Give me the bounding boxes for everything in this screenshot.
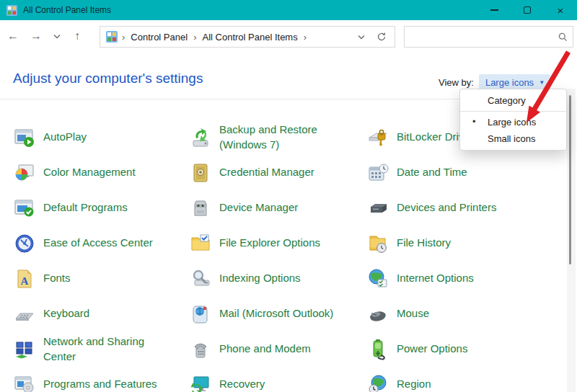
control-panel-item[interactable]: Keyboard — [13, 296, 189, 331]
control-panel-item[interactable]: Mouse — [366, 296, 568, 331]
programs-features-icon — [13, 373, 36, 392]
control-panel-location-icon — [106, 31, 118, 43]
control-panel-item[interactable]: Indexing Options — [189, 261, 366, 296]
file-explorer-options-icon — [189, 232, 212, 255]
view-by-option[interactable]: Category — [460, 92, 566, 109]
item-label: Mouse — [397, 306, 429, 321]
control-panel-item[interactable]: Backup and Restore (Windows 7) — [189, 120, 366, 155]
content-area: Adjust your computer's settings View by:… — [0, 52, 577, 392]
view-by-value: Large icons — [485, 77, 534, 88]
control-panel-item[interactable]: Device Manager — [189, 190, 366, 226]
item-label: Programs and Features — [43, 377, 157, 391]
credential-manager-icon — [189, 161, 212, 184]
control-panel-item[interactable]: AutoPlay — [13, 120, 189, 155]
control-panel-window: All Control Panel Items × ← → ↑ ›Control… — [0, 0, 577, 392]
date-time-icon — [366, 161, 389, 184]
color-management-icon — [13, 161, 36, 184]
ease-of-access-icon — [13, 232, 36, 255]
item-label: Keyboard — [43, 306, 89, 321]
control-panel-item[interactable]: Date and Time — [366, 155, 568, 190]
mail-icon — [189, 303, 212, 326]
forward-arrow-icon: → — [30, 30, 42, 43]
breadcrumb: ›Control Panel›All Control Panel Items› — [118, 32, 351, 43]
search-input[interactable] — [405, 27, 552, 46]
forward-button[interactable]: → — [25, 25, 48, 47]
mouse-icon — [366, 303, 389, 326]
view-by-label: View by: — [439, 77, 474, 88]
item-label: AutoPlay — [43, 130, 87, 144]
control-panel-item[interactable]: Network and Sharing Center — [13, 331, 189, 367]
address-bar[interactable]: ›Control Panel›All Control Panel Items› — [100, 26, 395, 48]
fonts-icon: A — [13, 267, 36, 290]
back-button[interactable]: ← — [1, 25, 25, 47]
menu-separator — [460, 111, 566, 112]
maximize-icon — [524, 6, 531, 14]
control-panel-item[interactable]: Phone and Modem — [189, 331, 366, 367]
item-label: Mail (Microsoft Outlook) — [219, 306, 333, 321]
view-by-control: View by: Large icons ▼ — [439, 74, 550, 90]
scrollbar-thumb[interactable] — [569, 95, 571, 264]
search-icon — [552, 32, 573, 42]
titlebar: All Control Panel Items × — [0, 0, 577, 20]
view-by-option[interactable]: Small icons — [460, 130, 566, 147]
control-panel-item[interactable]: Region — [366, 367, 568, 392]
view-by-dropdown-button[interactable]: Large icons ▼ — [479, 74, 550, 90]
control-panel-item[interactable]: Color Management — [13, 155, 189, 190]
address-dropdown-button[interactable] — [351, 27, 371, 47]
view-by-option[interactable]: •Large icons — [460, 114, 566, 130]
up-button[interactable]: ↑ — [66, 25, 88, 47]
control-panel-item[interactable]: Recovery — [189, 367, 366, 392]
maximize-button[interactable] — [511, 0, 544, 20]
control-panel-item[interactable]: Devices and Printers — [366, 190, 568, 226]
minimize-icon — [490, 9, 498, 11]
phone-modem-icon — [189, 338, 212, 361]
breadcrumb-item[interactable]: All Control Panel Items — [201, 32, 299, 43]
scrollbar-track[interactable] — [567, 89, 576, 392]
item-label: Default Programs — [43, 200, 128, 215]
refresh-button[interactable] — [371, 27, 392, 47]
control-panel-item[interactable]: File Explorer Options — [189, 226, 366, 261]
option-label: Category — [488, 95, 526, 106]
item-label: Internet Options — [397, 271, 474, 285]
item-label: Indexing Options — [219, 271, 301, 285]
control-panel-item[interactable]: Power Options — [366, 331, 568, 367]
item-label: Device Manager — [219, 200, 298, 215]
breadcrumb-separator: › — [118, 32, 129, 43]
breadcrumb-separator: › — [189, 32, 201, 43]
control-panel-item[interactable]: Default Programs — [13, 190, 189, 226]
control-panel-item[interactable]: Programs and Features — [13, 367, 189, 392]
minimize-button[interactable] — [477, 0, 511, 20]
control-panel-item[interactable]: Internet Options — [366, 261, 568, 296]
control-panel-item[interactable]: Credential Manager — [189, 155, 366, 190]
up-arrow-icon: ↑ — [74, 30, 80, 43]
control-panel-item[interactable]: Mail (Microsoft Outlook) — [189, 296, 366, 331]
control-panel-item[interactable]: AFonts — [13, 261, 189, 296]
item-label: Fonts — [43, 271, 71, 285]
refresh-icon — [376, 32, 387, 42]
option-label: Small icons — [488, 133, 535, 144]
caret-down-icon: ▼ — [539, 79, 545, 86]
control-panel-item[interactable]: Ease of Access Center — [13, 226, 189, 261]
breadcrumb-item[interactable]: Control Panel — [129, 32, 189, 43]
item-label: Network and Sharing Center — [43, 334, 162, 364]
back-arrow-icon: ← — [7, 30, 19, 43]
item-label: File Explorer Options — [219, 236, 320, 250]
item-label: Power Options — [397, 342, 467, 356]
item-label: Credential Manager — [219, 165, 314, 179]
item-label: Color Management — [43, 165, 136, 179]
recent-pages-button[interactable] — [48, 25, 66, 47]
item-label: Date and Time — [397, 165, 467, 179]
power-options-icon — [366, 338, 389, 361]
selected-bullet-icon: • — [472, 116, 476, 127]
page-title: Adjust your computer's settings — [13, 71, 203, 86]
option-label: Large icons — [488, 117, 536, 128]
file-history-icon — [366, 232, 389, 255]
breadcrumb-separator: › — [299, 32, 311, 43]
item-label: Recovery — [219, 377, 265, 391]
item-label: Region — [397, 377, 431, 391]
indexing-options-icon — [189, 267, 212, 290]
items-grid: AutoPlayBackup and Restore (Windows 7)Bi… — [0, 120, 567, 392]
control-panel-item[interactable]: File History — [366, 226, 568, 261]
network-sharing-icon — [13, 338, 36, 361]
close-button[interactable]: × — [544, 0, 577, 20]
